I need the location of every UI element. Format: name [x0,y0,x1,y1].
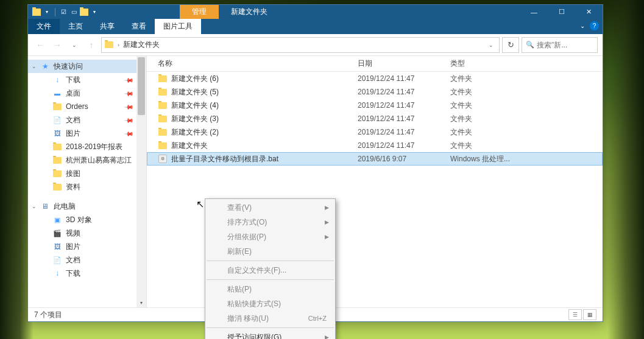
context-item[interactable]: 分组依据(P)▶ [205,229,335,244]
context-item[interactable]: 排序方式(O)▶ [205,215,335,229]
search-box[interactable]: 🔍 [522,37,598,53]
sidebar: ⌄ ★ 快速访问 ↓下载📌▬桌面📌Orders📌📄文档📌🖼图片📌2018-201… [28,56,147,307]
column-type[interactable]: 类型 [450,58,603,69]
qat-item-icon[interactable]: ▭ [69,7,79,17]
sidebar-item-label: 资料 [66,182,80,192]
refresh-button[interactable]: ↻ [502,37,519,53]
sidebar-item[interactable]: 📄文档 [28,253,146,267]
minimize-button[interactable]: — [520,5,548,19]
chevron-right-icon[interactable]: › [118,42,119,48]
file-type: 文件夹 [450,100,603,111]
folder-icon [158,114,168,124]
address-segment[interactable]: 新建文件夹 [123,40,160,50]
file-row[interactable]: 新建文件夹 (6)2019/12/24 11:47文件夹 [147,72,603,85]
tab-home[interactable]: 主页 [60,19,91,34]
sidebar-item[interactable]: ▣3D 对象 [28,213,146,226]
address-bar[interactable]: › 新建文件夹 ⌄ [101,37,500,53]
up-button[interactable]: ↑ [84,38,99,52]
scrollbar[interactable]: ▴ ▾ [136,56,146,307]
file-date: 2019/12/24 11:47 [358,141,450,150]
sidebar-item-label: 下载 [66,268,80,279]
column-name[interactable]: 名称 [158,58,358,69]
sidebar-item-label: 视频 [66,228,80,239]
context-tab-header: 管理 [180,5,219,19]
context-item[interactable]: 粘贴(P) [205,282,335,296]
close-button[interactable]: ✕ [575,5,603,19]
help-icon[interactable]: ? [590,21,599,30]
properties-icon[interactable]: ☑ [58,7,68,17]
sidebar-item[interactable]: 2018-2019年报表 [28,140,146,153]
folder-icon [79,7,89,17]
context-item[interactable]: 粘贴快捷方式(S) [205,296,335,311]
sidebar-item[interactable]: 🖼图片📌 [28,127,146,140]
scrollbar-thumb[interactable] [138,57,145,115]
sidebar-item[interactable]: 接图 [28,167,146,180]
tab-picture-tools[interactable]: 图片工具 [155,19,201,34]
folder-icon [52,182,62,192]
file-row[interactable]: 新建文件夹 (3)2019/12/24 11:47文件夹 [147,112,603,125]
file-date: 2019/12/24 11:47 [358,74,450,83]
pin-icon: 📌 [124,102,134,111]
sidebar-item[interactable]: Orders📌 [28,100,146,113]
bat-icon: ⚙ [158,154,168,164]
search-icon: 🔍 [526,41,534,49]
sidebar-quick-access[interactable]: ⌄ ★ 快速访问 [28,60,146,73]
sidebar-item[interactable]: ↓下载📌 [28,73,146,86]
sidebar-item[interactable]: 🎬视频 [28,226,146,240]
chevron-right-icon: ▶ [325,204,329,211]
column-date[interactable]: 日期 [358,58,450,69]
folder-icon [158,74,168,83]
back-button[interactable]: ← [33,38,48,52]
separator [207,327,334,328]
sidebar-item[interactable]: 🖼图片 [28,240,146,253]
view-details-button[interactable]: ☰ [568,309,582,320]
file-name: 新建文件夹 (3) [171,114,358,124]
context-item-label: 排序方式(O) [227,217,267,228]
window-title: 新建文件夹 [231,7,520,17]
context-item[interactable]: 自定义文件夹(F)... [205,263,335,278]
view-icons-button[interactable]: ▦ [583,309,596,320]
tab-view[interactable]: 查看 [123,19,155,34]
address-dropdown-icon[interactable]: ⌄ [486,42,497,48]
context-item[interactable]: 授予访问权限(G)▶ [205,330,335,339]
sidebar-item-label: 此电脑 [54,201,76,212]
search-input[interactable] [537,41,593,49]
qat-customize-icon[interactable]: ▾ [90,7,99,17]
folder-icon [32,7,41,17]
file-row[interactable]: 新建文件夹 (4)2019/12/24 11:47文件夹 [147,99,603,112]
file-name: 新建文件夹 [171,141,358,151]
forward-button[interactable]: → [50,38,65,52]
file-row[interactable]: 新建文件夹2019/12/24 11:47文件夹 [147,139,603,152]
tab-share[interactable]: 共享 [91,19,123,34]
maximize-button[interactable]: ☐ [548,5,575,19]
download-icon: ↓ [52,268,62,278]
context-item-label: 粘贴(P) [227,284,252,295]
context-item[interactable]: 撤消 移动(U)Ctrl+Z [205,311,335,326]
qat-dropdown-icon[interactable]: ▾ [42,7,52,17]
pin-icon: 📌 [124,128,134,138]
chevron-right-icon: ▶ [325,334,329,339]
sidebar-item-label: 杭州萧山易高蒋志江 [66,155,132,166]
chevron-down-icon[interactable]: ⌄ [580,23,585,29]
sidebar-item[interactable]: 杭州萧山易高蒋志江 [28,153,146,167]
file-row[interactable]: ⚙批量子目录文件移动到根目录.bat2019/6/16 9:07Windows … [147,152,603,166]
context-item[interactable]: 刷新(E) [205,244,335,259]
bg-tree-right [607,0,644,339]
file-tab[interactable]: 文件 [28,19,60,34]
sidebar-item[interactable]: 📄文档📌 [28,113,146,127]
sidebar-item[interactable]: ↓下载 [28,267,146,280]
expand-icon[interactable]: ⌄ [32,63,37,69]
sidebar-this-pc[interactable]: ⌄ 🖥 此电脑 [28,200,146,213]
file-type: 文件夹 [450,141,603,151]
sidebar-item-label: 3D 对象 [66,215,92,225]
folder-icon [158,127,168,137]
file-date: 2019/12/24 11:47 [358,101,450,110]
file-row[interactable]: 新建文件夹 (5)2019/12/24 11:47文件夹 [147,85,603,99]
history-dropdown[interactable]: ⌄ [67,38,82,52]
context-item[interactable]: 查看(V)▶ [205,200,335,215]
sidebar-item[interactable]: ▬桌面📌 [28,86,146,100]
scroll-down-icon[interactable]: ▾ [136,298,146,307]
expand-icon[interactable]: ⌄ [32,203,37,209]
sidebar-item[interactable]: 资料 [28,180,146,194]
file-row[interactable]: 新建文件夹 (2)2019/12/24 11:47文件夹 [147,125,603,139]
